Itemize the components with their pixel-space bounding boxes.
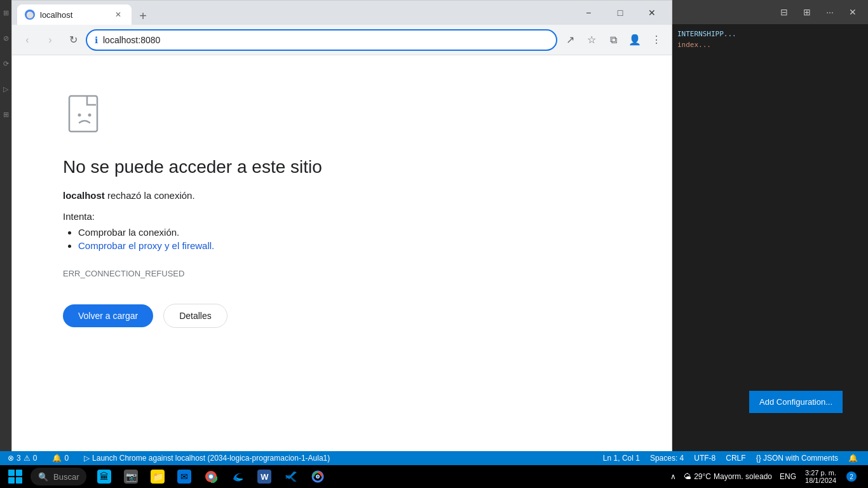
intenta-label: Intenta: bbox=[63, 211, 95, 222]
status-encoding[interactable]: UTF-8 bbox=[689, 454, 721, 463]
profile-button[interactable]: 👤 bbox=[625, 30, 645, 50]
error-icon bbox=[63, 93, 106, 137]
vscode-more-button[interactable]: ··· bbox=[820, 2, 840, 22]
status-launch-task[interactable]: ▷ Launch Chrome against localhost (2034-… bbox=[81, 451, 332, 465]
language-indicator[interactable]: ENG bbox=[777, 465, 799, 488]
code-line-2: index... bbox=[677, 40, 863, 51]
taskbar-icon-chrome[interactable] bbox=[198, 465, 224, 488]
taskbar-search[interactable]: 🔍 Buscar bbox=[31, 468, 86, 485]
details-button[interactable]: Detalles bbox=[163, 304, 227, 328]
windows-icon bbox=[8, 470, 22, 484]
word-icon: W bbox=[257, 470, 271, 484]
weather-widget[interactable]: 🌤 29°C Mayorm. soleado bbox=[681, 465, 775, 488]
search-icon: 🔍 bbox=[38, 472, 48, 482]
clock[interactable]: 3:27 p. m. 18/1/2024 bbox=[801, 469, 840, 484]
vscode-activity-git[interactable]: ⟳ bbox=[0, 51, 11, 76]
vscode-activity-debug[interactable]: ▷ bbox=[0, 76, 11, 102]
taskbar-icon-word[interactable]: W bbox=[252, 465, 277, 488]
taskbar-icon-3[interactable]: 📁 bbox=[145, 465, 170, 488]
taskbar-icon-4[interactable]: ✉ bbox=[172, 465, 197, 488]
taskbar-app-4: ✉ bbox=[177, 470, 191, 484]
status-notifications[interactable]: 🔔 0 bbox=[50, 451, 71, 465]
warnings-icon: ⚠ bbox=[24, 454, 31, 463]
browser-window: ⚪ localhost ✕ + − □ ✕ ‹ › ↻ ℹ ↗ ☆ ⧉ 👤 ⋮ bbox=[11, 0, 672, 464]
chrome-icon bbox=[204, 470, 218, 484]
suggestion-2-link[interactable]: Comprobar el proxy y el firewall. bbox=[78, 240, 214, 251]
tab-close-button[interactable]: ✕ bbox=[112, 9, 124, 20]
tab-favicon: ⚪ bbox=[25, 10, 35, 20]
maximize-button[interactable]: □ bbox=[606, 1, 635, 25]
status-line-ending[interactable]: CRLF bbox=[721, 454, 750, 463]
suggestion-2: Comprobar el proxy y el firewall. bbox=[78, 240, 214, 251]
status-bell[interactable]: 🔔 bbox=[843, 454, 863, 463]
taskbar-icon-1[interactable]: 🏛 bbox=[92, 465, 117, 488]
taskbar-icon-chrome2[interactable] bbox=[305, 465, 330, 488]
url-input[interactable] bbox=[103, 35, 548, 45]
taskbar-app-3: 📁 bbox=[151, 470, 165, 484]
action-buttons: Volver a cargar Detalles bbox=[63, 304, 227, 328]
vscode-status-bar: ⊗ 3 ⚠ 0 🔔 0 ▷ Launch Chrome against loca… bbox=[0, 451, 868, 465]
warnings-count: 0 bbox=[33, 454, 37, 463]
weather-temp: 29°C bbox=[694, 472, 711, 481]
new-tab-button[interactable]: + bbox=[134, 7, 152, 25]
title-bar: ⚪ localhost ✕ + − □ ✕ bbox=[12, 1, 672, 25]
svg-point-9 bbox=[316, 475, 319, 478]
taskbar-pinned-items: 🏛 📷 📁 ✉ bbox=[92, 465, 330, 488]
nav-action-buttons: ↗ ☆ ⧉ 👤 ⋮ bbox=[560, 30, 667, 50]
error-connection-refused: rechazó la conexión. bbox=[107, 190, 195, 201]
vscode-activity-extensions[interactable]: ⊞ bbox=[0, 102, 11, 127]
vscode-close-editor[interactable]: ✕ bbox=[843, 2, 863, 22]
svg-point-1 bbox=[78, 114, 81, 117]
errors-count: 3 bbox=[17, 454, 21, 463]
add-configuration-button[interactable]: Add Configuration... bbox=[749, 391, 843, 413]
vscode-activity-explorer[interactable]: ⊞ bbox=[0, 0, 11, 25]
notification-count: 0 bbox=[64, 454, 69, 463]
suggestion-1: Comprobar la conexión. bbox=[78, 227, 214, 238]
menu-button[interactable]: ⋮ bbox=[646, 30, 667, 50]
vscode-activity-search[interactable]: ⊘ bbox=[0, 25, 11, 51]
tab-area: ⚪ localhost ✕ + bbox=[17, 1, 571, 25]
taskbar-icon-vscode[interactable] bbox=[278, 465, 304, 488]
status-language[interactable]: {} JSON with Comments bbox=[751, 454, 843, 463]
share-button[interactable]: ↗ bbox=[560, 30, 580, 50]
start-button[interactable] bbox=[3, 465, 28, 488]
taskbar-right: ∧ 🌤 29°C Mayorm. soleado ENG 3:27 p. m. … bbox=[668, 465, 865, 488]
status-ln-col[interactable]: Ln 1, Col 1 bbox=[598, 454, 645, 463]
taskbar: 🔍 Buscar 🏛 📷 📁 ✉ bbox=[0, 465, 868, 488]
error-hostname: localhost bbox=[63, 190, 105, 201]
forward-button[interactable]: › bbox=[40, 30, 60, 50]
bookmark-button[interactable]: ☆ bbox=[581, 30, 602, 50]
address-bar[interactable]: ℹ bbox=[86, 29, 557, 51]
vscode-toggle-sidebar[interactable]: ⊟ bbox=[774, 2, 794, 22]
reload-button-primary[interactable]: Volver a cargar bbox=[63, 304, 153, 327]
active-tab[interactable]: ⚪ localhost ✕ bbox=[17, 4, 132, 25]
vscode-layout-button[interactable]: ⊞ bbox=[797, 2, 817, 22]
minimize-button[interactable]: − bbox=[574, 1, 603, 25]
window-controls: − □ ✕ bbox=[574, 1, 667, 25]
reload-button[interactable]: ↻ bbox=[63, 30, 83, 50]
expand-icon: ∧ bbox=[670, 472, 676, 481]
navigation-bar: ‹ › ↻ ℹ ↗ ☆ ⧉ 👤 ⋮ bbox=[12, 25, 672, 55]
error-title: No se puede acceder a este sitio bbox=[63, 157, 322, 177]
status-bar-right: Ln 1, Col 1 Spaces: 4 UTF-8 CRLF {} JSON… bbox=[598, 454, 863, 463]
back-button[interactable]: ‹ bbox=[17, 30, 37, 50]
svg-rect-0 bbox=[69, 96, 97, 132]
launch-task-label: Launch Chrome against localhost (2034-lo… bbox=[92, 454, 330, 463]
close-button[interactable]: ✕ bbox=[637, 1, 667, 25]
split-view-button[interactable]: ⧉ bbox=[603, 30, 623, 50]
svg-point-6 bbox=[209, 475, 213, 478]
taskbar-icon-edge[interactable] bbox=[225, 465, 250, 488]
weather-desc: Mayorm. soleado bbox=[714, 472, 772, 481]
status-spaces[interactable]: Spaces: 4 bbox=[645, 454, 689, 463]
status-errors[interactable]: ⊗ 3 ⚠ 0 bbox=[5, 451, 39, 465]
taskbar-icon-2[interactable]: 📷 bbox=[118, 465, 144, 488]
vscode-editor-panel: ⊟ ⊞ ··· ✕ INTERNSHIPP... index... Add Co… bbox=[672, 0, 868, 464]
notification-button[interactable]: 2 bbox=[843, 465, 860, 488]
clock-time: 3:27 p. m. bbox=[805, 469, 836, 477]
tab-title: localhost bbox=[40, 10, 107, 20]
language-label: ENG bbox=[780, 472, 796, 481]
taskbar-app-1: 🏛 bbox=[97, 470, 111, 484]
suggestions-list: Comprobar la conexión. Comprobar el prox… bbox=[63, 227, 214, 254]
vscode-sidebar: ⊞ ⊘ ⟳ ▷ ⊞ bbox=[0, 0, 11, 464]
system-tray-expand[interactable]: ∧ bbox=[668, 465, 679, 488]
